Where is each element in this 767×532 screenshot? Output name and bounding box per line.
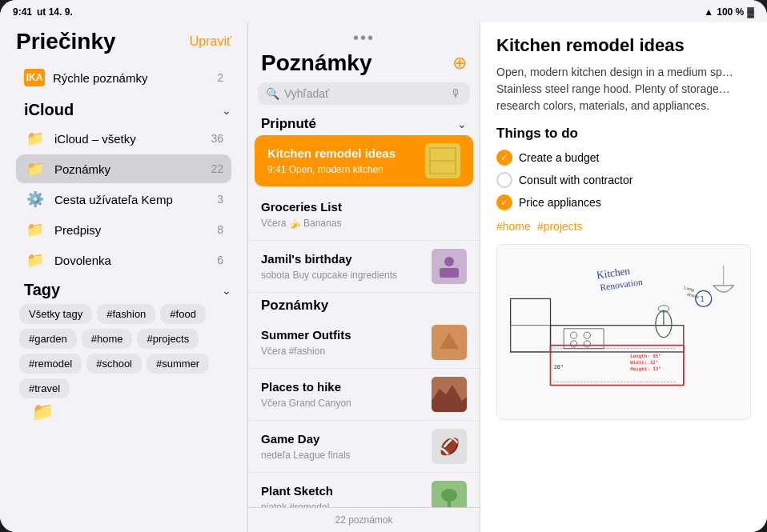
- folder-poznamky-count: 22: [211, 162, 223, 175]
- note-summer-title: Summer Outfits: [261, 328, 425, 342]
- tags-chevron-icon[interactable]: ⌄: [222, 284, 231, 297]
- date: ut 14. 9.: [37, 6, 73, 18]
- notes-list: Pripnuté ⌄ Kitchen remodel ideas 9:41 Op…: [248, 111, 480, 507]
- folder-icon-3: 📁: [24, 220, 46, 239]
- quick-notes-icon: IKA: [24, 69, 45, 86]
- note-game-day[interactable]: Game Day nedeľa League finals 🏈: [248, 421, 480, 473]
- todo-budget-checkbox[interactable]: ✓: [496, 150, 512, 166]
- tag-school[interactable]: #school: [86, 354, 142, 374]
- folder-icon-2: 📁: [24, 159, 46, 178]
- notes-list-title: Poznámky: [261, 50, 372, 76]
- notes-section-header: Poznámky: [248, 293, 480, 317]
- note-summer-date: Včera: [261, 346, 289, 357]
- note-game-preview: League finals: [293, 450, 350, 461]
- note-hike-title: Places to hike: [261, 380, 425, 394]
- note-game-date: nedeľa: [261, 450, 293, 461]
- folder-icloud-all-label: iCloud – všetky: [54, 132, 211, 146]
- status-bar: 9:41 ut 14. 9. ▲ 100 % ▓: [0, 0, 767, 22]
- new-folder-icon[interactable]: 📁: [32, 402, 247, 422]
- icloud-chevron-icon[interactable]: ⌄: [222, 104, 231, 117]
- note-summer-preview: #fashion: [289, 346, 325, 357]
- notes-title-row: Poznámky ⊕: [248, 50, 480, 82]
- note-places-hike[interactable]: Places to hike Včera Grand Canyon: [248, 369, 480, 421]
- tag-garden[interactable]: #garden: [19, 329, 77, 349]
- note-plant-date: piatok: [261, 502, 289, 508]
- detail-description: Open, modern kitchen design in a medium …: [496, 64, 751, 114]
- note-game-content: Game Day nedeľa League finals: [261, 432, 425, 462]
- note-groceries[interactable]: Groceries List Včera 🍌 Bananas: [248, 190, 480, 241]
- tag-all[interactable]: Všetky tagy: [19, 304, 92, 324]
- mic-icon[interactable]: 🎙: [451, 87, 462, 100]
- note-summer-outfits[interactable]: Summer Outfits Včera #fashion: [248, 317, 480, 369]
- quick-notes-row[interactable]: IKA Rýchle poznámky 2: [16, 64, 231, 91]
- compose-button[interactable]: ⊕: [452, 53, 467, 74]
- checkmark-icon: ✓: [500, 152, 508, 163]
- todo-budget-text: Create a budget: [519, 151, 599, 164]
- sketch-area: Kitchen Renovation 28" Length: 95" Width…: [496, 244, 751, 420]
- tag-remodel[interactable]: #remodel: [19, 354, 82, 374]
- svg-text:1: 1: [701, 295, 705, 303]
- todo-contractor-checkbox[interactable]: [496, 172, 512, 188]
- note-plant-thumbnail: [432, 481, 467, 507]
- todo-contractor: Consult with contractor: [496, 172, 751, 188]
- note-hike-preview: Grand Canyon: [289, 398, 351, 409]
- ipad-frame: 9:41 ut 14. 9. ▲ 100 % ▓ Priečinky Uprav…: [0, 0, 767, 532]
- notes-count: 22 poznámok: [335, 514, 392, 526]
- folder-predpisy[interactable]: 📁 Predpisy 8: [16, 215, 231, 244]
- note-hike-thumbnail: [432, 377, 467, 412]
- things-to-do-title: Things to do: [496, 126, 751, 142]
- svg-text:28": 28": [554, 364, 564, 370]
- detail-tag-projects[interactable]: #projects: [537, 220, 583, 233]
- svg-rect-5: [440, 268, 459, 278]
- folder-icloud-all[interactable]: 📁 iCloud – všetky 36: [16, 124, 231, 153]
- folder-cesta[interactable]: ⚙️ Cesta užívateľa Kemp 3: [16, 185, 231, 214]
- notes-footer: 22 poznámok: [248, 507, 480, 532]
- tag-travel[interactable]: #travel: [19, 378, 70, 398]
- folder-predpisy-label: Predpisy: [54, 223, 217, 237]
- tag-home[interactable]: #home: [82, 329, 133, 349]
- note-plant-sketch[interactable]: Plant Sketch piatok #remodel: [248, 473, 480, 507]
- folder-poznamky[interactable]: 📁 Poznámky 22: [16, 154, 231, 183]
- detail-title: Kitchen remodel ideas: [496, 35, 751, 56]
- note-date: 9:41: [267, 164, 289, 175]
- note-jamil-content: Jamil's birthday sobota Buy cupcake ingr…: [261, 252, 425, 282]
- battery-icon: ▓: [747, 6, 754, 18]
- search-icon: 🔍: [266, 87, 279, 100]
- folder-dovolenka-label: Dovolenka: [54, 254, 217, 267]
- detail-tags-row: #home #projects: [496, 220, 751, 233]
- note-game-meta: nedeľa League finals: [261, 447, 425, 462]
- note-groceries-meta: Včera 🍌 Bananas: [261, 215, 467, 230]
- note-summer-thumbnail: [432, 325, 467, 360]
- tag-fashion[interactable]: #fashion: [97, 304, 155, 324]
- note-meta: 9:41 Open, modern kitchen: [267, 162, 419, 176]
- note-kitchen-remodel[interactable]: Kitchen remodel ideas 9:41 Open, modern …: [255, 135, 473, 186]
- svg-text:Length: 95": Length: 95": [630, 354, 661, 359]
- note-game-title: Game Day: [261, 432, 425, 446]
- settings-icon: ⚙️: [24, 190, 46, 209]
- folder-predpisy-count: 8: [217, 223, 223, 236]
- detail-tag-home[interactable]: #home: [496, 220, 531, 233]
- note-jamil-date: sobota: [261, 270, 292, 281]
- pinned-section-header: Pripnuté ⌄: [248, 111, 480, 135]
- todo-appliances: ✓ Price appliances: [496, 194, 751, 210]
- note-jamil-meta: sobota Buy cupcake ingredients: [261, 267, 425, 282]
- note-jamil-preview: Buy cupcake ingredients: [292, 270, 397, 281]
- more-options-icon[interactable]: •••: [353, 29, 375, 47]
- search-bar[interactable]: 🔍 Vyhľadať 🎙: [258, 82, 470, 105]
- folder-icon-4: 📁: [24, 250, 46, 270]
- pinned-chevron-icon[interactable]: ⌄: [457, 118, 467, 130]
- folder-icloud-all-count: 36: [211, 132, 223, 145]
- edit-button[interactable]: Upraviť: [190, 34, 231, 49]
- note-jamil[interactable]: Jamil's birthday sobota Buy cupcake ingr…: [248, 241, 480, 293]
- svg-text:Height: 33": Height: 33": [630, 366, 661, 372]
- folder-dovolenka[interactable]: 📁 Dovolenka 6: [16, 246, 231, 274]
- tag-food[interactable]: #food: [160, 304, 206, 324]
- quick-notes-label: Rýchle poznámky: [53, 71, 217, 85]
- tag-projects[interactable]: #projects: [137, 329, 199, 349]
- note-plant-meta: piatok #remodel: [261, 499, 425, 508]
- notes-panel: ••• Poznámky ⊕ 🔍 Vyhľadať 🎙 Pripnuté ⌄: [248, 22, 480, 532]
- tag-summer[interactable]: #summer: [147, 354, 209, 374]
- note-title: Kitchen remodel ideas: [267, 146, 419, 160]
- note-content: Kitchen remodel ideas 9:41 Open, modern …: [267, 146, 419, 176]
- todo-appliances-checkbox[interactable]: ✓: [496, 194, 512, 210]
